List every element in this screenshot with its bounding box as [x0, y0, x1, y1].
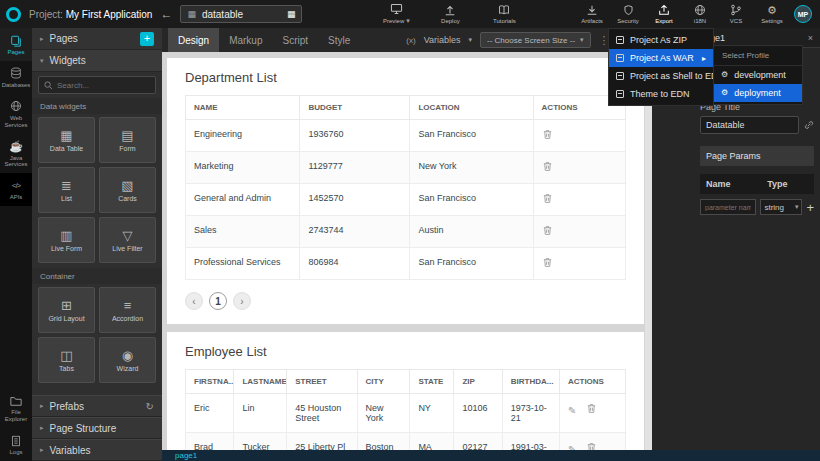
sidebar-item-java-services[interactable]: ☕ Java Services [0, 134, 32, 174]
deploy-button[interactable]: Deploy [436, 3, 464, 25]
widget-tile-cards[interactable]: ▧ Cards [99, 167, 156, 213]
employee-list-card[interactable]: Employee List FIRSTNA... LASTNAME STREET… [167, 332, 644, 450]
column-header-location[interactable]: LOCATION [410, 96, 533, 120]
close-icon[interactable]: × [808, 33, 813, 43]
delete-row-icon[interactable] [542, 193, 553, 204]
column-header-firstname[interactable]: FIRSTNA... [186, 370, 234, 394]
column-header-birthdate[interactable]: BIRTHDA... [502, 370, 559, 394]
pagination-page-1[interactable]: 1 [209, 292, 227, 310]
widgets-section-header[interactable]: ▾ Widgets [32, 50, 162, 72]
table-row[interactable]: Sales 2743744 Austin [186, 216, 626, 248]
back-arrow-icon[interactable]: ← [160, 8, 172, 20]
table-row[interactable]: General and Admin 1452570 San Francisco [186, 184, 626, 216]
page-structure-section-header[interactable]: ▸ Page Structure [32, 417, 162, 439]
page-selector[interactable]: ▦ datatable ▦ [180, 5, 302, 23]
avatar[interactable]: MP [794, 5, 812, 23]
widget-tile-data-table[interactable]: ▦ Data Table [38, 117, 95, 163]
status-bar: page1 [162, 450, 820, 461]
column-header-name[interactable]: NAME [186, 96, 300, 120]
tab-markup[interactable]: Markup [219, 28, 272, 52]
widget-tile-live-form[interactable]: ▥ Live Form [38, 217, 95, 263]
file-explorer-rail-label: File Explorer [1, 409, 31, 423]
menu-item-deployment-profile[interactable]: ⚙ deployment [714, 84, 802, 102]
column-header-actions[interactable]: ACTIONS [559, 370, 625, 394]
table-row[interactable]: Engineering 1936760 San Francisco [186, 120, 626, 152]
pagination-prev-button[interactable]: ‹ [185, 292, 203, 310]
edit-row-icon[interactable]: ✎ [568, 406, 576, 416]
table-row[interactable]: Professional Services 806984 San Francis… [186, 248, 626, 280]
param-type-select[interactable]: string ▾ [760, 199, 802, 215]
table-row[interactable]: Eric Lin 45 Houston Street New York NY 1… [186, 394, 626, 433]
variables-section-header[interactable]: ▸ Variables [32, 439, 162, 461]
widget-tile-list[interactable]: ≣ List [38, 167, 95, 213]
canvas-scrollbar[interactable] [645, 52, 652, 450]
column-header-city[interactable]: CITY [357, 370, 410, 394]
widget-tile-form[interactable]: ▤ Form [99, 117, 156, 163]
widget-tile-grid-layout[interactable]: ⊞ Grid Layout [38, 287, 95, 333]
column-header-lastname[interactable]: LASTNAME [234, 370, 287, 394]
delete-row-icon[interactable] [586, 442, 597, 450]
widget-tile-live-filter[interactable]: ▽ Live Filter [99, 217, 156, 263]
column-header-budget[interactable]: BUDGET [300, 96, 410, 120]
databases-rail-label: Databases [2, 82, 31, 89]
pages-section-header[interactable]: ▸ Pages + [32, 28, 162, 50]
statusbar-page-tab[interactable]: page1 [175, 452, 197, 460]
sidebar-item-apis[interactable]: </> APIs [0, 173, 32, 206]
tab-script[interactable]: Script [273, 28, 319, 52]
select-profile-header: Select Profile [714, 46, 802, 66]
security-button[interactable]: Security [614, 4, 642, 24]
delete-row-icon[interactable] [586, 403, 597, 414]
column-header-zip[interactable]: ZIP [454, 370, 502, 394]
param-name-input[interactable] [700, 199, 756, 215]
tab-style[interactable]: Style [318, 28, 360, 52]
menu-item-theme-to-edn[interactable]: Theme to EDN [609, 85, 713, 103]
add-page-button[interactable]: + [140, 32, 154, 46]
delete-row-icon[interactable] [542, 129, 553, 140]
menu-item-project-as-zip[interactable]: Project As ZIP [609, 31, 713, 49]
page-params-header[interactable]: Page Params [700, 146, 814, 166]
settings-button[interactable]: ⚙ Settings [758, 4, 786, 24]
pages-grid-icon[interactable]: ▦ [287, 10, 296, 19]
table-row[interactable]: Marketing 1129777 New York [186, 152, 626, 184]
menu-item-project-as-shell-to-edn[interactable]: Project as Shell to EDN [609, 67, 713, 85]
export-button[interactable]: Export [650, 4, 678, 24]
table-row[interactable]: Brad Tucker 25 Liberty Pl Boston MA 0212… [186, 433, 626, 451]
link-icon[interactable] [804, 120, 814, 130]
pagination-next-button[interactable]: › [233, 292, 251, 310]
widget-search[interactable] [38, 76, 156, 94]
page-title-input[interactable] [700, 116, 799, 134]
sidebar-item-file-explorer[interactable]: File Explorer [0, 388, 32, 428]
add-param-button[interactable]: + [806, 201, 814, 214]
widget-tile-accordion[interactable]: ≡ Accordion [99, 287, 156, 333]
artifacts-button[interactable]: Artifacts [578, 4, 606, 24]
vcs-button[interactable]: VCS [722, 4, 750, 24]
delete-row-icon[interactable] [542, 161, 553, 172]
delete-row-icon[interactable] [542, 257, 553, 268]
delete-row-icon[interactable] [542, 225, 553, 236]
widget-tile-label: Tabs [59, 365, 74, 372]
app-logo-icon[interactable] [6, 7, 21, 22]
refresh-icon[interactable]: ↻ [146, 401, 154, 412]
chevron-down-icon[interactable]: ▾ [406, 17, 410, 25]
sidebar-item-pages[interactable]: Pages [0, 28, 32, 61]
sidebar-item-databases[interactable]: Databases [0, 61, 32, 94]
variables-dropdown[interactable]: Variables [424, 35, 461, 45]
column-header-state[interactable]: STATE [410, 370, 454, 394]
sidebar-item-web-services[interactable]: Web Services [0, 94, 32, 134]
screen-size-select[interactable]: -- Choose Screen Size -- ▾ [480, 32, 591, 48]
widget-tile-label: Form [119, 145, 135, 152]
department-list-card[interactable]: Department List NAME BUDGET LOCATION ACT… [167, 58, 644, 324]
widget-tile-tabs[interactable]: ◫ Tabs [38, 337, 95, 383]
i18n-button[interactable]: i18N [686, 4, 714, 24]
menu-item-project-as-war[interactable]: Project As WAR ▸ [609, 49, 713, 67]
chevron-down-icon[interactable]: ▾ [469, 36, 473, 44]
widget-tile-wizard[interactable]: ◉ Wizard [99, 337, 156, 383]
menu-item-development-profile[interactable]: ⚙ development [714, 66, 802, 84]
column-header-street[interactable]: STREET [287, 370, 357, 394]
tab-design[interactable]: Design [168, 28, 219, 52]
sidebar-item-logs[interactable]: Logs [0, 428, 32, 461]
preview-button[interactable]: Preview▾ [382, 3, 410, 25]
search-input[interactable] [57, 81, 150, 90]
tutorials-button[interactable]: Tutorials [490, 3, 518, 25]
prefabs-section-header[interactable]: ▸ Prefabs ↻ [32, 395, 162, 417]
